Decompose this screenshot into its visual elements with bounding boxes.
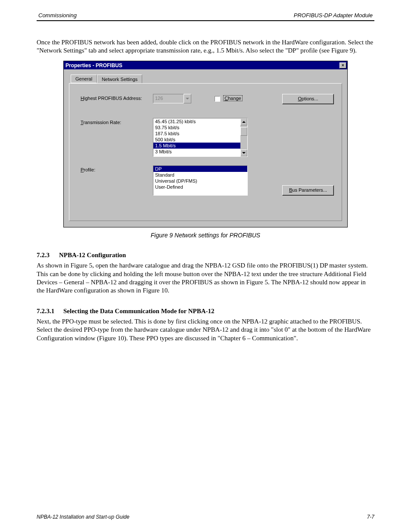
section-7-2-3-body: As shown in Figure 5, open the hardware … [37,261,374,295]
figure-caption: Figure 9 Network settings for PROFIBUS [63,232,348,239]
section-7-2-3-1-heading: 7.2.3.1Selecting the Data Communication … [37,308,374,315]
list-item[interactable]: Standard [153,172,247,178]
chevron-down-icon [242,152,246,154]
close-icon[interactable]: × [339,62,346,68]
profile-label: Profile: [81,165,153,172]
options-button[interactable]: Options... [282,94,334,104]
scroll-down-button[interactable] [240,149,247,156]
highest-address-label: Highest PROFIBUS Address: [81,94,153,101]
dialog-titlebar[interactable]: Properties - PROFIBUS × [64,61,347,69]
scroll-thumb[interactable] [240,127,247,136]
highest-address-field[interactable]: 126 [153,94,184,103]
bus-parameters-button[interactable]: Bus Parameters... [282,185,334,196]
profile-listbox[interactable]: DP Standard Universal (DP/FMS) User-Defi… [153,165,248,196]
transmission-rate-label: Transmission Rate: [81,118,153,125]
list-item[interactable]: Universal (DP/FMS) [153,178,247,184]
list-item[interactable]: 1.5 Mbit/s [153,143,247,149]
tab-strip: General Network Settings [69,74,342,83]
header-rule [37,20,374,21]
list-item[interactable]: 187.5 kbit/s [153,131,247,137]
list-item[interactable]: 3 Mbit/s [153,149,247,155]
address-dropdown-button[interactable] [184,94,191,103]
list-item[interactable]: User-Defined [153,184,247,190]
page-header: Commissioning PROFIBUS-DP Adapter Module [37,12,374,19]
tab-general[interactable]: General [71,75,97,83]
section-7-2-3-1-body: Next, the PPO-type must be selected. Thi… [37,317,374,342]
rate-scrollbar[interactable] [240,118,247,156]
properties-profibus-dialog: Properties - PROFIBUS × General Network … [63,61,348,227]
chevron-down-icon [186,98,189,100]
page-footer: NPBA-12 Installation and Start-up Guide … [37,514,374,520]
dialog-title: Properties - PROFIBUS [65,62,339,68]
intro-paragraph: Once the PROFIBUS network has been added… [37,38,374,55]
network-settings-panel: Options... Highest PROFIBUS Address: 126… [69,83,342,221]
footer-right: 7-7 [367,514,374,520]
section-7-2-3-heading: 7.2.3NPBA-12 Configuration [37,252,374,259]
chevron-up-icon [242,121,246,123]
header-left: Commissioning [38,12,77,19]
scroll-up-button[interactable] [240,118,247,125]
list-item[interactable]: DP [153,166,247,172]
figure-9: Properties - PROFIBUS × General Network … [63,61,348,239]
change-checkbox[interactable] [215,96,220,102]
transmission-rate-row: Transmission Rate: 45.45 (31.25) kbit/s … [81,118,334,157]
list-item[interactable]: 93.75 kbit/s [153,124,247,131]
transmission-rate-listbox[interactable]: 45.45 (31.25) kbit/s 93.75 kbit/s 187.5 … [153,118,248,157]
list-item[interactable]: 500 kbit/s [153,137,247,143]
list-item[interactable]: 45.45 (31.25) kbit/s [153,118,247,124]
change-label[interactable]: Change [223,95,243,101]
footer-left: NPBA-12 Installation and Start-up Guide [37,514,129,520]
tab-network-settings[interactable]: Network Settings [97,75,142,84]
header-right: PROFIBUS-DP Adapter Module [294,12,373,19]
